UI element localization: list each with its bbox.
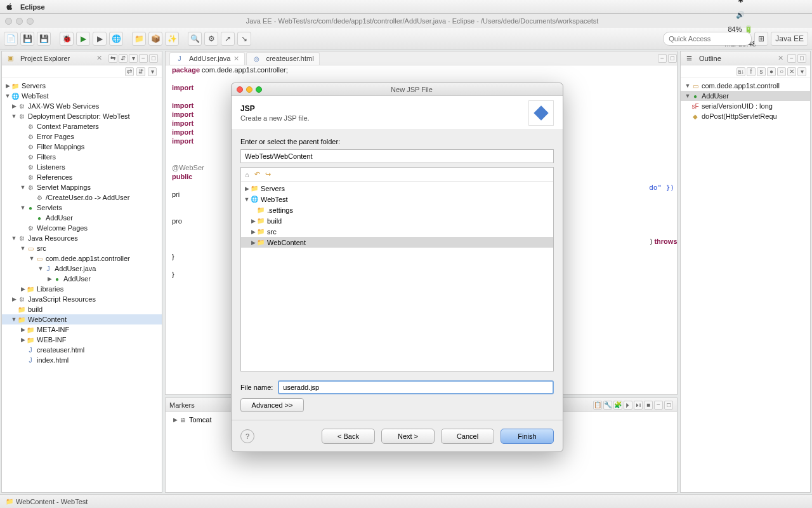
tree-item[interactable]: ▶📁META-INF: [2, 324, 162, 335]
tool-button[interactable]: ⚙: [204, 32, 218, 46]
tree-item[interactable]: ⚙/CreateUser.do -> AddUser: [2, 192, 162, 203]
servers-min-button[interactable]: −: [654, 401, 663, 410]
home-icon[interactable]: ⌂: [245, 171, 249, 178]
tree-item[interactable]: ⚙Context Parameters: [2, 121, 162, 131]
pe-menu-button[interactable]: ▾: [148, 67, 157, 76]
tree-item[interactable]: ▶⚙JavaScript Resources: [2, 294, 162, 304]
server-button[interactable]: 🌐: [109, 32, 123, 46]
tree-item[interactable]: ⚙Filters: [2, 152, 162, 162]
outline-min-button[interactable]: −: [787, 54, 796, 63]
outline-max-button[interactable]: □: [797, 54, 806, 63]
outline-item[interactable]: ▼●AddUser: [681, 91, 810, 101]
dialog-close-button[interactable]: [237, 86, 243, 93]
servers-tool-3[interactable]: 🧩: [613, 401, 622, 410]
window-controls[interactable]: [5, 18, 34, 25]
tree-item[interactable]: ▶⚙JAX-WS Web Services: [2, 101, 162, 111]
outline-menu-button[interactable]: ▾: [797, 67, 806, 76]
debug-button[interactable]: 🐞: [60, 32, 74, 46]
new-package-button[interactable]: 📦: [148, 32, 162, 46]
tree-item[interactable]: ▼⚙Servlet Mappings: [2, 182, 162, 192]
tree-item[interactable]: ▶📁Libraries: [2, 284, 162, 294]
outline-public-button[interactable]: ●: [767, 67, 776, 76]
quick-access-input[interactable]: [663, 32, 752, 46]
finish-button[interactable]: Finish: [501, 429, 554, 444]
tree-item[interactable]: ⚙Listeners: [2, 162, 162, 172]
outline-item[interactable]: ◆doPost(HttpServletRequ: [681, 111, 810, 121]
run-ext-button[interactable]: ▶: [93, 32, 107, 46]
tree-item[interactable]: ▼📁WebContent: [2, 314, 162, 324]
wizard-button[interactable]: ✨: [165, 32, 179, 46]
forward-icon[interactable]: ↪: [265, 170, 271, 178]
tree-item[interactable]: ▼⚙Java Resources: [2, 233, 162, 243]
outline-item[interactable]: ▼▭com.dede.app1st.controll: [681, 81, 810, 91]
advanced-button[interactable]: Advanced >>: [240, 398, 304, 412]
dialog-zoom-button[interactable]: [256, 86, 262, 93]
minimize-view-button[interactable]: −: [139, 54, 148, 63]
tree-item[interactable]: ●AddUser: [2, 213, 162, 223]
outline-fields-button[interactable]: f: [747, 67, 756, 76]
tree-item[interactable]: ⚙Welcome Pages: [2, 223, 162, 233]
open-perspective-button[interactable]: ⊞: [754, 32, 768, 46]
tree-item[interactable]: ▼●Servlets: [2, 203, 162, 213]
servers-tool-4[interactable]: ⏵: [624, 401, 632, 410]
servers-tool-5[interactable]: ⏯: [634, 401, 643, 410]
tree-item[interactable]: ⚙References: [2, 172, 162, 182]
tab-createuser-html[interactable]: ◎createuser.html: [246, 52, 319, 65]
dialog-titlebar[interactable]: New JSP File: [232, 83, 563, 96]
nav2-button[interactable]: ↘: [237, 32, 251, 46]
outline-tree[interactable]: ▼▭com.dede.app1st.controll▼●AddUsersFser…: [681, 78, 810, 492]
tree-item[interactable]: 📁build: [2, 304, 162, 314]
tree-item[interactable]: ▶📁WebContent: [241, 237, 553, 248]
help-button[interactable]: ?: [240, 429, 254, 443]
tree-item[interactable]: 📁.settings: [241, 204, 553, 215]
pe-sync-button[interactable]: ⇄: [125, 67, 134, 76]
back-icon[interactable]: ↶: [254, 170, 260, 178]
outline-local-button[interactable]: ○: [777, 67, 786, 76]
save-all-button[interactable]: 💾: [37, 32, 51, 46]
tree-item[interactable]: ▶📁src: [241, 226, 553, 237]
cancel-button[interactable]: Cancel: [441, 429, 494, 444]
maximize-view-button[interactable]: □: [149, 54, 158, 63]
tree-item[interactable]: ▶●AddUser: [2, 274, 162, 284]
servers-tool-2[interactable]: 🔧: [603, 401, 612, 410]
tree-item[interactable]: ⚙Error Pages: [2, 131, 162, 142]
tree-item[interactable]: ▼▭com.dede.app1st.controller: [2, 253, 162, 264]
servers-tool-1[interactable]: 📋: [593, 401, 602, 410]
servers-tool-6[interactable]: ■: [644, 401, 653, 410]
link-editor-button[interactable]: ⇵: [119, 54, 128, 63]
new-project-button[interactable]: 📁: [132, 32, 146, 46]
pe-filter-button[interactable]: ⇵: [136, 67, 145, 76]
next-button[interactable]: Next >: [381, 429, 435, 444]
apple-icon[interactable]: [5, 3, 14, 11]
perspective-javaee[interactable]: Java EE: [771, 32, 808, 46]
save-button[interactable]: 💾: [20, 32, 34, 46]
bluetooth-icon[interactable]: ✱: [738, 0, 743, 4]
tab-adduser-java[interactable]: JAddUser.java ⨯: [169, 52, 245, 65]
search-button[interactable]: 🔍: [188, 32, 202, 46]
parent-folder-input[interactable]: [240, 149, 554, 163]
tree-item[interactable]: ▼▭src: [2, 243, 162, 253]
run-button[interactable]: ▶: [76, 32, 90, 46]
filename-input[interactable]: [278, 380, 554, 394]
tree-item[interactable]: ▶📁build: [241, 215, 553, 226]
view-menu-button[interactable]: ▾: [129, 54, 138, 63]
tree-item[interactable]: Jindex.html: [2, 355, 162, 365]
markers-tab[interactable]: Markers: [169, 401, 195, 409]
tree-item[interactable]: ⚙Filter Mappings: [2, 142, 162, 152]
tree-item[interactable]: ▶📁WEB-INF: [2, 335, 162, 345]
outline-sort-button[interactable]: a↓: [737, 67, 745, 76]
back-button[interactable]: < Back: [322, 429, 375, 444]
tree-item[interactable]: Jcreateuser.html: [2, 345, 162, 355]
tree-item[interactable]: ▼🌐WebTest: [241, 194, 553, 204]
collapse-all-button[interactable]: ⇆: [108, 54, 117, 63]
tree-item[interactable]: ▶📁Servers: [241, 183, 553, 194]
editor-maximize-button[interactable]: □: [668, 54, 677, 63]
nav-button[interactable]: ↗: [221, 32, 235, 46]
project-explorer-tree[interactable]: ▶📁Servers▼🌐WebTest▶⚙JAX-WS Web Services▼…: [2, 78, 162, 492]
folder-tree[interactable]: ▶📁Servers▼🌐WebTest📁.settings▶📁build▶📁src…: [241, 182, 553, 371]
new-button[interactable]: 📄: [4, 32, 18, 46]
tree-item[interactable]: ▶📁Servers: [2, 81, 162, 91]
editor-minimize-button[interactable]: −: [658, 54, 667, 63]
dialog-min-button[interactable]: [246, 86, 252, 93]
outline-hide-button[interactable]: ✕: [787, 67, 796, 76]
